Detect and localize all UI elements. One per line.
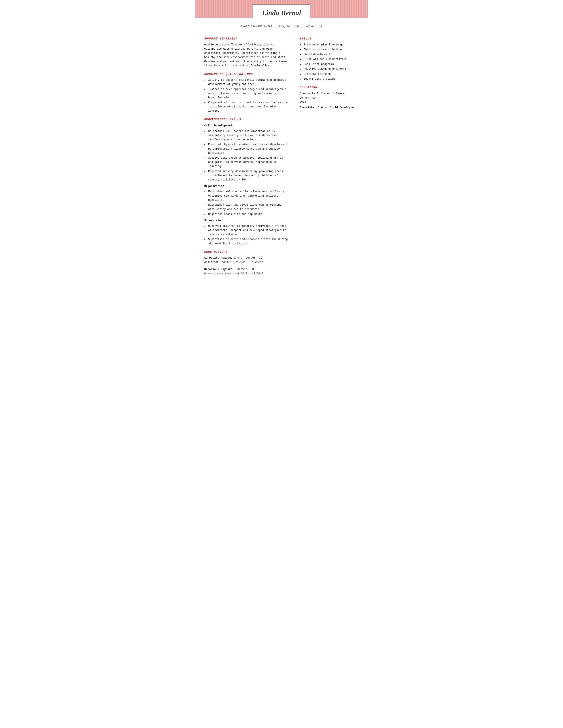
org-list: Maintained well-controlled classrooms by… (204, 190, 289, 216)
skill-group-org: Organization (204, 184, 289, 188)
qualifications-title: SUMMARY OF QUALIFICATIONS (204, 72, 289, 77)
resume-page: Linda Bernal example@example.com | (555)… (195, 0, 368, 285)
degree-type: Associate of Arts (300, 106, 327, 109)
degree-field: Child Development (330, 106, 357, 109)
professional-skills-title: PROFESSIONAL SKILLS (204, 117, 289, 122)
list-item: Maintained tidy and clean classroom cons… (204, 203, 289, 211)
list-item: Supervised students and enforced discipl… (204, 237, 289, 246)
summary-text: Gentle Assistant Teacher effectively abl… (204, 43, 289, 68)
skills-list: Structured play knowledge Ability to tea… (300, 43, 361, 81)
work-location-1: Denver, CO (246, 256, 262, 259)
list-item: Head Start programs (300, 62, 361, 66)
list-item: Organized snack time and nap hours. (204, 212, 289, 216)
list-item: Ability to support emotional, social and… (204, 78, 289, 86)
qualifications-list: Ability to support emotional, social and… (204, 78, 289, 113)
skill-group-child-dev: Child Development (204, 124, 289, 128)
header-banner: Linda Bernal (195, 0, 368, 18)
edu-year: 2016 (300, 100, 361, 104)
list-item: Ability to teach children (300, 48, 361, 52)
left-column: SUMMARY STATEMENT Gentle Assistant Teach… (195, 33, 295, 285)
list-item: Critical thinking (300, 72, 361, 76)
list-item: Positive learning environment (300, 67, 361, 71)
list-item: Child development (300, 53, 361, 57)
list-item: Structured play knowledge (300, 43, 361, 47)
supervision-list: Observed children to identify individual… (204, 224, 289, 246)
edu-school: Community College of Denver (300, 91, 361, 96)
list-item: Promoted sensory development by providin… (204, 169, 289, 182)
list-item: Promoted physical, academic and social d… (204, 143, 289, 155)
edu-degree: Associate of Arts: Child Development (300, 106, 361, 110)
education-title: EDUCATION (300, 85, 361, 90)
content-area: SUMMARY STATEMENT Gentle Assistant Teach… (195, 30, 368, 285)
list-item: Trained in developmental stages and know… (204, 87, 289, 100)
work-title-1: Assistant Teacher | 08/2017 - Current (204, 260, 289, 264)
child-dev-list: Maintained well-controlled classroom of … (204, 129, 289, 182)
candidate-name: Linda Bernal (262, 8, 301, 18)
list-item: Maintained well-controlled classroom of … (204, 129, 289, 142)
work-entry-2: Dreamland Daycare. Denver, CO Daycare As… (204, 267, 289, 276)
skill-group-supervision: Supervision (204, 219, 289, 223)
summary-title: SUMMARY STATEMENT (204, 37, 289, 41)
work-history-title: WORK HISTORY (204, 250, 289, 254)
work-company-name-1: La Petite Academy Inc. (204, 256, 241, 259)
work-location-2: Denver, CO (237, 268, 254, 271)
work-entry-1: La Petite Academy Inc.. Denver, CO Assis… (204, 256, 289, 264)
edu-location: Denver, CO (300, 96, 361, 100)
list-item: Maintained well-controlled classrooms by… (204, 190, 289, 203)
work-company-name-2: Dreamland Daycare (204, 268, 232, 271)
list-item: First Aid and CPR Certified (300, 57, 361, 62)
list-item: Identifying problems (300, 77, 361, 81)
work-company-1: La Petite Academy Inc.. Denver, CO (204, 256, 289, 260)
contact-info: example@example.com | (555) 555-5555 | D… (241, 25, 322, 28)
list-item: Applied play-based strategies, including… (204, 156, 289, 169)
work-title-2: Daycare Assistant | 01/2017 - 07/2017 (204, 272, 289, 276)
work-company-2: Dreamland Daycare. Denver, CO (204, 267, 289, 272)
right-column: SKILLS Structured play knowledge Ability… (295, 33, 368, 285)
list-item: Competent at providing quality preschool… (204, 101, 289, 113)
name-box: Linda Bernal (253, 4, 311, 21)
list-item: Observed children to identify individual… (204, 224, 289, 237)
skills-title: SKILLS (300, 37, 361, 41)
